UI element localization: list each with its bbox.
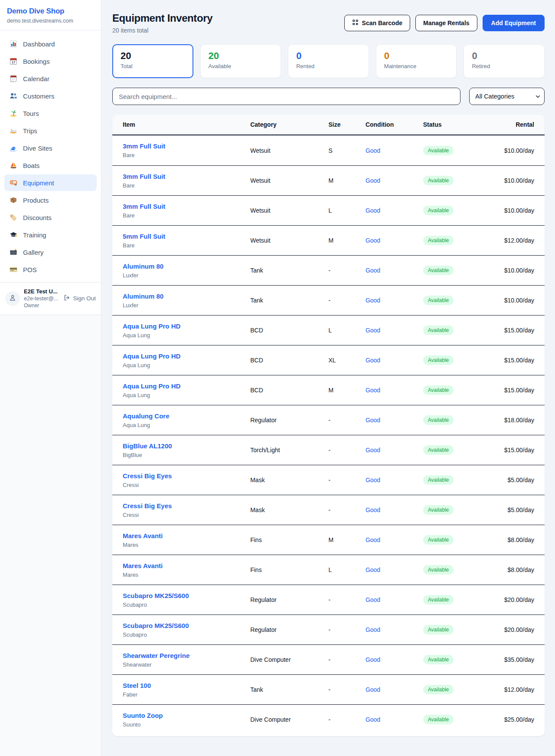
condition-link[interactable]: Good bbox=[366, 207, 380, 214]
sidebar-item-boats[interactable]: Boats bbox=[4, 157, 97, 174]
table-row[interactable]: Shearwater Peregrine Shearwater Dive Com… bbox=[112, 644, 545, 674]
item-name-link[interactable]: Aqua Lung Pro HD bbox=[123, 322, 180, 330]
condition-link[interactable]: Good bbox=[366, 237, 380, 244]
item-name-link[interactable]: 3mm Full Suit bbox=[123, 203, 165, 210]
sidebar-item-pos[interactable]: POS bbox=[4, 261, 97, 278]
search-input[interactable] bbox=[112, 88, 460, 105]
barcode-icon bbox=[352, 19, 359, 27]
sidebar-item-dive-sites[interactable]: Dive Sites bbox=[4, 140, 97, 156]
table-row[interactable]: Cressi Big Eyes Cressi Mask - Good Avail… bbox=[112, 495, 545, 525]
item-name-link[interactable]: Cressi Big Eyes bbox=[123, 502, 172, 509]
item-name-link[interactable]: Scubapro MK25/S600 bbox=[123, 622, 189, 629]
table-row[interactable]: 3mm Full Suit Bare Wetsuit L Good Availa… bbox=[112, 195, 545, 225]
table-row[interactable]: Mares Avanti Mares Fins M Good Available… bbox=[112, 525, 545, 555]
item-name-link[interactable]: Aqualung Core bbox=[123, 412, 170, 420]
item-name-link[interactable]: 3mm Full Suit bbox=[123, 173, 165, 180]
stats-row: 20 Total 20 Available 0 Rented 0 Mainten… bbox=[112, 44, 545, 78]
condition-link[interactable]: Good bbox=[366, 477, 380, 483]
condition-link[interactable]: Good bbox=[366, 387, 380, 394]
item-name-link[interactable]: Aqua Lung Pro HD bbox=[123, 352, 180, 360]
table-row[interactable]: 3mm Full Suit Bare Wetsuit M Good Availa… bbox=[112, 165, 545, 195]
stat-card-retired[interactable]: 0 Retired bbox=[464, 44, 545, 78]
stat-card-available[interactable]: 20 Available bbox=[200, 44, 281, 78]
item-name-link[interactable]: BigBlue AL1200 bbox=[123, 442, 172, 450]
table-row[interactable]: Steel 100 Faber Tank - Good Available $1… bbox=[112, 674, 545, 704]
category-select[interactable]: All Categories bbox=[469, 88, 545, 105]
table-row[interactable]: Aluminum 80 Luxfer Tank - Good Available… bbox=[112, 255, 545, 285]
condition-link[interactable]: Good bbox=[366, 596, 380, 603]
sign-out-button[interactable]: Sign Out bbox=[63, 294, 96, 302]
sidebar-item-gallery[interactable]: Gallery bbox=[4, 244, 97, 260]
table-row[interactable]: 5mm Full Suit Bare Wetsuit M Good Availa… bbox=[112, 225, 545, 255]
sidebar-item-products[interactable]: Products bbox=[4, 192, 97, 208]
avatar bbox=[5, 291, 20, 306]
sidebar-item-calendar[interactable]: Calendar bbox=[4, 70, 97, 87]
stat-card-rented[interactable]: 0 Rented bbox=[288, 44, 369, 78]
sidebar-item-training[interactable]: Training bbox=[4, 227, 97, 243]
table-row[interactable]: Aqualung Core Aqua Lung Regulator - Good… bbox=[112, 405, 545, 435]
item-name-link[interactable]: Aqua Lung Pro HD bbox=[123, 382, 180, 390]
brand-title[interactable]: Demo Dive Shop bbox=[7, 7, 94, 16]
sidebar-item-bookings[interactable]: 17 Bookings bbox=[4, 53, 97, 69]
item-rental-price: $10.00/day bbox=[489, 177, 534, 184]
condition-link[interactable]: Good bbox=[366, 566, 380, 573]
condition-link[interactable]: Good bbox=[366, 327, 380, 334]
table-row[interactable]: Mares Avanti Mares Fins L Good Available… bbox=[112, 555, 545, 585]
main-content: Equipment Inventory 20 items total Scan … bbox=[101, 0, 555, 756]
condition-link[interactable]: Good bbox=[366, 686, 380, 693]
table-row[interactable]: Scubapro MK25/S600 Scubapro Regulator - … bbox=[112, 615, 545, 644]
status-badge: Available bbox=[423, 146, 454, 155]
table-row[interactable]: Scubapro MK25/S600 Scubapro Regulator - … bbox=[112, 585, 545, 615]
table-row[interactable]: Aqua Lung Pro HD Aqua Lung BCD M Good Av… bbox=[112, 375, 545, 405]
condition-link[interactable]: Good bbox=[366, 716, 380, 723]
sidebar-item-dashboard[interactable]: Dashboard bbox=[4, 36, 97, 52]
add-equipment-button[interactable]: Add Equipment bbox=[483, 15, 545, 31]
condition-link[interactable]: Good bbox=[366, 506, 380, 513]
item-size: M bbox=[328, 387, 365, 394]
table-row[interactable]: Aluminum 80 Luxfer Tank - Good Available… bbox=[112, 285, 545, 315]
manage-rentals-button[interactable]: Manage Rentals bbox=[415, 15, 477, 31]
condition-link[interactable]: Good bbox=[366, 447, 380, 454]
item-size: L bbox=[328, 207, 365, 214]
item-name-link[interactable]: Cressi Big Eyes bbox=[123, 472, 172, 480]
condition-link[interactable]: Good bbox=[366, 357, 380, 364]
stat-card-maintenance[interactable]: 0 Maintenance bbox=[376, 44, 457, 78]
table-row[interactable]: 3mm Full Suit Bare Wetsuit S Good Availa… bbox=[112, 135, 545, 165]
palm-island-icon bbox=[10, 109, 17, 117]
condition-link[interactable]: Good bbox=[366, 536, 380, 543]
item-size: - bbox=[328, 297, 365, 304]
item-category: Mask bbox=[250, 477, 328, 483]
item-name-link[interactable]: 3mm Full Suit bbox=[123, 142, 165, 150]
table-row[interactable]: Cressi Big Eyes Cressi Mask - Good Avail… bbox=[112, 465, 545, 495]
condition-link[interactable]: Good bbox=[366, 297, 380, 304]
table-row[interactable]: BigBlue AL1200 BigBlue Torch/Light - Goo… bbox=[112, 435, 545, 465]
item-name-link[interactable]: Suunto Zoop bbox=[123, 712, 163, 719]
condition-link[interactable]: Good bbox=[366, 656, 380, 663]
sidebar-item-customers[interactable]: Customers bbox=[4, 88, 97, 104]
item-name-link[interactable]: 5mm Full Suit bbox=[123, 233, 165, 240]
item-name-link[interactable]: Mares Avanti bbox=[123, 562, 163, 569]
item-name-link[interactable]: Shearwater Peregrine bbox=[123, 652, 189, 659]
condition-link[interactable]: Good bbox=[366, 626, 380, 633]
item-name-link[interactable]: Aluminum 80 bbox=[123, 293, 163, 300]
item-name-link[interactable]: Aluminum 80 bbox=[123, 263, 163, 270]
sidebar-item-equipment[interactable]: Equipment bbox=[4, 174, 97, 191]
wave-icon bbox=[10, 144, 17, 152]
table-row[interactable]: Aqua Lung Pro HD Aqua Lung BCD L Good Av… bbox=[112, 315, 545, 345]
item-brand: Mares bbox=[123, 572, 246, 578]
item-name-link[interactable]: Steel 100 bbox=[123, 682, 151, 689]
condition-link[interactable]: Good bbox=[366, 147, 380, 154]
condition-link[interactable]: Good bbox=[366, 267, 380, 274]
item-name-link[interactable]: Scubapro MK25/S600 bbox=[123, 592, 189, 599]
sidebar-item-tours[interactable]: Tours bbox=[4, 105, 97, 122]
scan-barcode-button[interactable]: Scan Barcode bbox=[344, 15, 410, 31]
sidebar-item-trips[interactable]: Trips bbox=[4, 122, 97, 139]
item-name-link[interactable]: Mares Avanti bbox=[123, 532, 163, 539]
table-row[interactable]: Aqua Lung Pro HD Aqua Lung BCD XL Good A… bbox=[112, 345, 545, 375]
condition-link[interactable]: Good bbox=[366, 177, 380, 184]
item-rental-price: $10.00/day bbox=[489, 297, 534, 304]
condition-link[interactable]: Good bbox=[366, 417, 380, 424]
table-row[interactable]: Suunto Zoop Suunto Dive Computer - Good … bbox=[112, 704, 545, 734]
sidebar-item-discounts[interactable]: Discounts bbox=[4, 209, 97, 226]
stat-card-total[interactable]: 20 Total bbox=[112, 44, 193, 78]
